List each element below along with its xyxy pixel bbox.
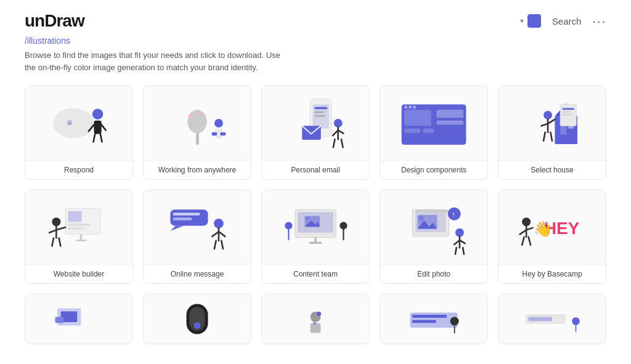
illustration-card-website-builder[interactable]: Website builder	[25, 190, 133, 284]
svg-point-112	[193, 322, 200, 329]
card-label-working: Working from anywhere	[144, 160, 251, 179]
svg-line-48	[542, 124, 548, 126]
illustration-card-hey[interactable]: HEY 👋 Hey by Basecamp	[498, 190, 606, 284]
card-image-website-builder	[25, 190, 132, 264]
svg-rect-18	[314, 107, 327, 109]
svg-point-10	[189, 114, 193, 118]
svg-line-70	[219, 232, 225, 237]
svg-point-88	[418, 216, 424, 221]
svg-line-61	[52, 238, 54, 246]
svg-rect-14	[212, 132, 218, 135]
logo: unDraw	[25, 11, 84, 31]
illustration-card-partial-5[interactable]	[498, 294, 606, 344]
svg-line-62	[59, 238, 61, 246]
color-arrow-icon: ▾	[520, 17, 524, 25]
illustration-card-design[interactable]: Design components	[380, 86, 488, 180]
svg-point-93	[455, 229, 464, 237]
card-label-content-team: Content team	[262, 264, 369, 283]
card-image-edit-photo: ↑	[380, 190, 487, 264]
svg-rect-29	[404, 110, 431, 126]
card-image-email	[262, 86, 369, 160]
svg-rect-123	[529, 317, 553, 322]
card-image-partial-4	[380, 294, 487, 344]
illustration-card-partial-3[interactable]: +	[261, 294, 370, 344]
svg-line-49	[543, 132, 545, 141]
color-swatch[interactable]	[527, 14, 541, 28]
svg-line-5	[102, 125, 106, 131]
svg-point-0	[53, 108, 94, 139]
svg-point-11	[198, 111, 202, 115]
svg-line-105	[522, 237, 524, 245]
card-label-house: Select house	[499, 160, 606, 179]
svg-line-47	[548, 119, 555, 124]
illustration-card-partial-2[interactable]	[143, 294, 251, 344]
color-picker[interactable]: ▾	[520, 14, 541, 28]
subtitle-description: Browse to find the images that fit your …	[25, 49, 283, 73]
svg-line-60	[49, 230, 56, 232]
svg-point-115	[317, 312, 321, 316]
illustration-card-respond[interactable]: ≡ Respond	[25, 86, 133, 180]
grid-row-2: Website builder	[25, 190, 606, 284]
svg-point-101	[522, 217, 531, 226]
svg-point-22	[334, 119, 343, 127]
card-label-email: Personal email	[262, 160, 369, 179]
card-image-hey: HEY 👋	[499, 190, 606, 264]
svg-rect-32	[436, 110, 463, 118]
svg-rect-53	[68, 224, 90, 225]
illustration-card-email[interactable]: Personal email	[261, 86, 370, 180]
card-image-partial-5	[499, 294, 606, 344]
svg-rect-33	[436, 121, 463, 125]
illustrations-grid: ≡ Respond	[0, 73, 631, 357]
svg-rect-63	[170, 209, 208, 225]
grid-row-3: +	[25, 294, 606, 344]
svg-line-71	[214, 241, 216, 249]
svg-marker-66	[170, 225, 184, 231]
illustration-card-house[interactable]: Select house	[498, 86, 606, 180]
illustration-card-online-message[interactable]: Online message	[143, 190, 251, 284]
card-image-partial-2	[144, 294, 251, 344]
svg-line-7	[100, 134, 102, 142]
svg-point-9	[187, 110, 206, 133]
svg-rect-119	[412, 320, 436, 323]
header-actions: ▾ Search ···	[520, 14, 606, 29]
svg-rect-19	[314, 111, 324, 113]
card-label-design: Design components	[380, 160, 487, 179]
illustration-card-partial-1[interactable]	[25, 294, 133, 344]
card-image-house	[499, 86, 606, 160]
illustration-card-edit-photo[interactable]: ↑ Edit photo	[380, 190, 488, 284]
svg-point-2	[92, 108, 103, 119]
svg-point-124	[572, 317, 580, 325]
svg-line-72	[221, 241, 223, 249]
card-image-content-team	[262, 190, 369, 264]
svg-line-26	[333, 139, 335, 147]
svg-rect-65	[173, 217, 192, 220]
svg-point-36	[413, 105, 416, 108]
svg-rect-54	[68, 227, 84, 229]
svg-rect-3	[94, 121, 101, 134]
svg-line-59	[56, 227, 65, 230]
svg-rect-79	[309, 242, 322, 244]
svg-line-103	[520, 230, 526, 234]
more-options-button[interactable]: ···	[592, 15, 606, 27]
svg-point-45	[543, 111, 552, 119]
card-image-respond: ≡	[25, 86, 132, 160]
illustration-card-working[interactable]: Working from anywhere	[143, 86, 251, 180]
card-label-edit-photo: Edit photo	[380, 264, 487, 283]
illustration-card-content-team[interactable]: Content team	[261, 190, 370, 284]
svg-rect-15	[221, 132, 226, 135]
card-label-website-builder: Website builder	[25, 264, 132, 283]
card-image-partial-1	[25, 294, 132, 344]
illustration-card-partial-4[interactable]	[380, 294, 488, 344]
svg-text:↑: ↑	[452, 210, 455, 219]
svg-line-97	[455, 248, 457, 254]
search-button[interactable]: Search	[548, 14, 585, 29]
svg-text:👋: 👋	[534, 220, 553, 238]
svg-line-96	[460, 240, 465, 243]
svg-point-82	[340, 222, 347, 229]
svg-line-104	[526, 228, 532, 230]
card-image-online-message	[144, 190, 251, 264]
svg-line-27	[341, 139, 343, 147]
card-image-working	[144, 86, 251, 160]
svg-rect-43	[563, 111, 571, 113]
svg-point-77	[305, 217, 309, 221]
